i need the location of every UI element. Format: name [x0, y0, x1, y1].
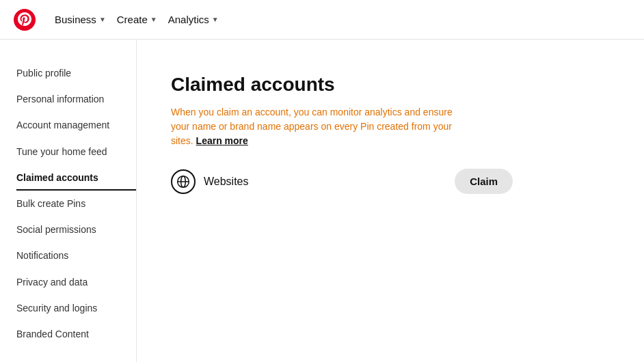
- sidebar-item-tune-home-feed[interactable]: Tune your home feed: [16, 139, 136, 165]
- sidebar-item-public-profile[interactable]: Public profile: [16, 60, 136, 86]
- main-layout: Public profile Personal information Acco…: [0, 40, 644, 362]
- pinterest-logo: [14, 9, 36, 31]
- sidebar-item-privacy-and-data[interactable]: Privacy and data: [16, 269, 136, 295]
- nav-item-business[interactable]: Business ▼: [52, 10, 109, 29]
- content-area: Claimed accounts When you claim an accou…: [137, 40, 644, 362]
- sidebar-item-social-permissions[interactable]: Social permissions: [16, 217, 136, 242]
- learn-more-link[interactable]: Learn more: [196, 135, 248, 146]
- nav-bar: Business ▼ Create ▼ Analytics ▼: [52, 10, 222, 29]
- claim-button[interactable]: Claim: [455, 169, 513, 194]
- chevron-down-icon: ▼: [99, 16, 106, 23]
- nav-item-create[interactable]: Create ▼: [114, 10, 160, 29]
- sidebar-item-notifications[interactable]: Notifications: [16, 242, 136, 268]
- sidebar-item-bulk-create-pins[interactable]: Bulk create Pins: [16, 191, 136, 217]
- sidebar-item-branded-content[interactable]: Branded Content: [16, 321, 136, 347]
- sidebar: Public profile Personal information Acco…: [0, 40, 137, 362]
- chevron-down-icon: ▼: [212, 16, 219, 23]
- sidebar-item-personal-information[interactable]: Personal information: [16, 86, 136, 112]
- websites-row: Websites Claim: [171, 169, 513, 194]
- nav-item-analytics[interactable]: Analytics ▼: [165, 10, 222, 29]
- globe-icon: [171, 169, 196, 194]
- sidebar-item-claimed-accounts[interactable]: Claimed accounts: [16, 165, 136, 191]
- header: Business ▼ Create ▼ Analytics ▼: [0, 0, 644, 40]
- sidebar-item-security-and-logins[interactable]: Security and logins: [16, 295, 136, 321]
- sidebar-item-account-management[interactable]: Account management: [16, 112, 136, 138]
- websites-label: Websites: [204, 176, 446, 188]
- description-text: When you claim an account, you can monit…: [171, 105, 458, 148]
- page-title: Claimed accounts: [171, 74, 610, 96]
- chevron-down-icon: ▼: [150, 16, 157, 23]
